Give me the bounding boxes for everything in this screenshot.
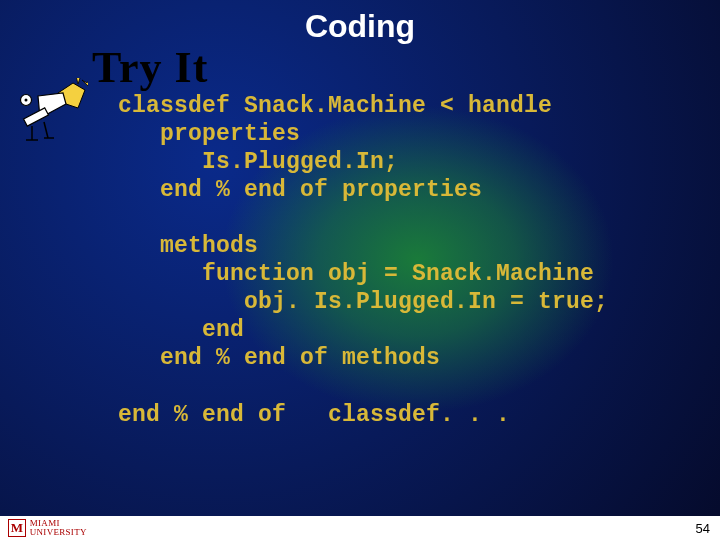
code-block: classdef Snack.Machine < handle properti… [118, 92, 608, 429]
code-line: end % end of properties [118, 177, 482, 203]
code-line: properties [118, 121, 300, 147]
university-logo: M MIAMI UNIVERSITY [8, 518, 118, 538]
code-line: obj. Is.Plugged.In = true; [118, 289, 608, 315]
code-line: function obj = Snack.Machine [118, 261, 594, 287]
svg-marker-2 [76, 78, 80, 84]
logo-m-icon: M [8, 519, 26, 537]
svg-marker-1 [82, 78, 88, 86]
slide-title: Coding [0, 8, 720, 45]
code-line: end % end of classdef. . . [118, 402, 510, 428]
code-line: classdef Snack.Machine < handle [118, 93, 552, 119]
svg-line-8 [44, 122, 48, 138]
megaphone-icon [18, 78, 88, 148]
logo-text: MIAMI UNIVERSITY [30, 519, 118, 537]
slide: Coding Try It classdef Snack.Machine < h… [0, 0, 720, 540]
svg-point-6 [25, 99, 28, 102]
code-line: methods [118, 233, 258, 259]
code-line: end % end of methods [118, 345, 440, 371]
page-number: 54 [696, 521, 710, 536]
code-line: end [118, 317, 244, 343]
code-line: Is.Plugged.In; [118, 149, 398, 175]
footer-bar: M MIAMI UNIVERSITY 54 [0, 516, 720, 540]
try-it-heading: Try It [92, 42, 208, 93]
